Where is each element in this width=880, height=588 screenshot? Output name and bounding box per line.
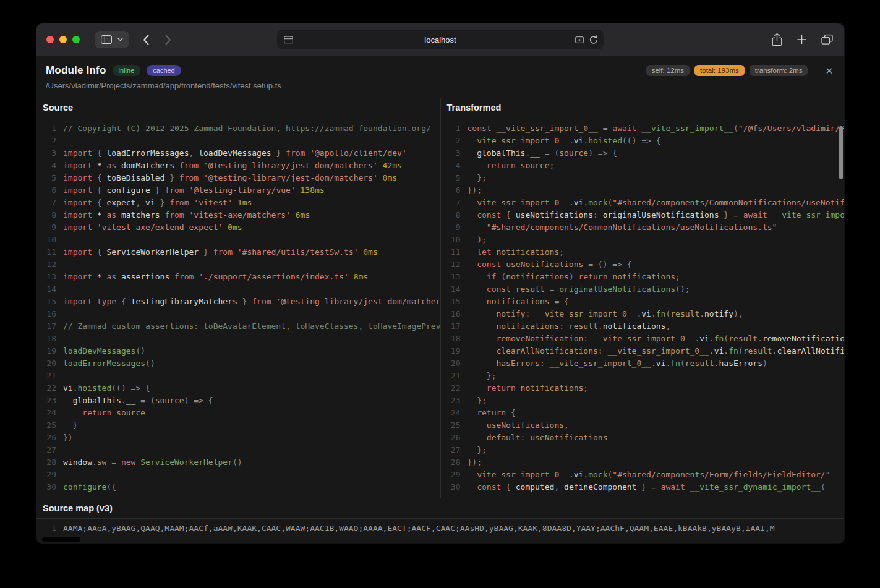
source-code[interactable]: 1// Copyright (C) 2012-2025 Zammad Found…: [36, 117, 440, 498]
page-title: Module Info: [46, 64, 106, 77]
line-number: 29: [36, 469, 63, 481]
code-line: 19 clearAllNotifications: __vite_ssr_imp…: [441, 345, 845, 357]
page-settings-icon[interactable]: [284, 36, 293, 43]
cached-badge: cached: [147, 65, 181, 76]
module-path: /Users/vladimir/Projects/zammad/app/fron…: [46, 81, 834, 90]
line-number: 1: [441, 122, 468, 135]
line-number: 26: [36, 432, 63, 444]
line-number: 19: [36, 345, 63, 357]
line-number: 18: [441, 333, 468, 345]
code-line: 4import * as domMatchers from '@testing-…: [36, 160, 440, 172]
line-number: 14: [441, 283, 468, 296]
reload-icon[interactable]: [589, 35, 598, 45]
code-line: 15import type { TestingLibraryMatchers }…: [36, 296, 440, 308]
line-number: 5: [36, 172, 63, 184]
line-number: 11: [441, 246, 468, 258]
forward-button[interactable]: [165, 35, 171, 45]
code-line: 29: [36, 469, 440, 481]
line-number: 17: [441, 320, 468, 333]
code-line: 25 }: [36, 419, 440, 432]
line-number: 7: [36, 197, 63, 209]
new-tab-button[interactable]: [797, 35, 806, 45]
code-line: 5 };: [441, 172, 845, 184]
transform-time-pill: transform: 2ms: [750, 65, 808, 76]
code-line: 12 const useNotifications = () => {: [441, 258, 845, 271]
code-line: 27: [36, 444, 440, 456]
line-number: 5: [441, 172, 468, 184]
transformed-panel-title: Transformed: [441, 98, 845, 117]
code-line: 7import { expect, vi } from 'vitest' 1ms: [36, 197, 440, 209]
line-number: 10: [36, 234, 63, 246]
line-number: 27: [36, 444, 63, 456]
code-line: 8 const { useNotifications: originalUseN…: [441, 209, 845, 221]
inline-badge: inline: [113, 65, 141, 76]
line-number: 6: [441, 184, 468, 197]
code-line: 11import { ServiceWorkerHelper } from '#…: [36, 246, 440, 258]
code-line: 11 let notifications;: [441, 246, 845, 258]
code-line: 4 return source;: [441, 160, 845, 172]
line-number: 8: [36, 209, 63, 221]
vertical-scrollbar-thumb[interactable]: [839, 126, 843, 179]
line-number: 28: [36, 456, 63, 469]
code-line: 27 };: [441, 444, 845, 456]
source-panel: Source 1// Copyright (C) 2012-2025 Zamma…: [36, 98, 440, 498]
code-line: 29__vite_ssr_import_0__.vi.mock("#shared…: [441, 469, 845, 481]
tab-overview-button[interactable]: [821, 35, 833, 45]
line-number: 13: [36, 271, 63, 283]
code-line: 1const __vite_ssr_import_0__ = await __v…: [441, 122, 845, 135]
line-number: 22: [441, 382, 468, 394]
line-number: 2: [36, 135, 63, 147]
line-number: 6: [36, 184, 63, 197]
line-number: 21: [36, 370, 63, 382]
line-number: 25: [36, 419, 63, 432]
code-line: 1AAMA;AAeA,yBAAG,QAAQ,MAAM;AACf,aAAW,KAA…: [36, 522, 844, 535]
transformed-code[interactable]: 1const __vite_ssr_import_0__ = await __v…: [441, 117, 845, 498]
code-line: 20 hasErrors: __vite_ssr_import_0__.vi.f…: [441, 357, 845, 370]
code-line: 6import { configure } from '@testing-lib…: [36, 184, 440, 197]
back-button[interactable]: [143, 35, 149, 45]
line-number: 29: [441, 469, 468, 481]
window-close-button[interactable]: [46, 36, 54, 43]
close-button[interactable]: ✕: [824, 65, 834, 77]
code-line: 16 notify: __vite_ssr_import_0__.vi.fn(r…: [441, 308, 845, 320]
site-permissions-icon[interactable]: [575, 36, 584, 43]
url-text: localhost: [424, 35, 456, 45]
code-line: 22 return notifications;: [441, 382, 845, 394]
code-line: 13 if (notifications) return notificatio…: [441, 271, 845, 283]
code-line: 24 return source: [36, 407, 440, 419]
sidebar-toggle-button[interactable]: [95, 31, 129, 48]
code-line: 22vi.hoisted(() => {: [36, 382, 440, 394]
code-line: 13import * as assertions from './support…: [36, 271, 440, 283]
line-number: 12: [36, 258, 63, 271]
window-minimize-button[interactable]: [59, 36, 67, 43]
sidebar-icon: [101, 35, 112, 44]
code-line: 30configure({: [36, 481, 440, 493]
code-line: 6});: [441, 184, 845, 197]
sourcemap-section: Source map (v3) 1AAMA;AAeA,yBAAG,QAAQ,MA…: [36, 498, 844, 543]
line-number: 10: [441, 234, 468, 246]
address-bar[interactable]: localhost: [277, 30, 604, 49]
line-number: 13: [441, 271, 468, 283]
line-number: 24: [36, 407, 63, 419]
line-number: 8: [441, 209, 468, 221]
code-line: 26}): [36, 432, 440, 444]
code-line: 19loadDevMessages(): [36, 345, 440, 357]
code-line: 26 default: useNotifications: [441, 432, 845, 444]
share-button[interactable]: [772, 33, 782, 46]
code-line: 16: [36, 308, 440, 320]
sourcemap-code[interactable]: 1AAMA;AAeA,yBAAG,QAAQ,MAAM;AACf,aAAW,KAA…: [36, 519, 844, 535]
code-line: 14 const result = originalUseNotificatio…: [441, 283, 845, 296]
line-number: 12: [441, 258, 468, 271]
horizontal-scrollbar-thumb[interactable]: [42, 537, 80, 542]
code-line: 2__vite_ssr_import_0__.vi.hoisted(() => …: [441, 135, 845, 147]
code-line: 9 "#shared/components/CommonNotification…: [441, 221, 845, 234]
chevron-down-icon[interactable]: [117, 38, 123, 41]
code-line: 21: [36, 370, 440, 382]
code-line: 28});: [441, 456, 845, 469]
line-number: 2: [441, 135, 468, 147]
line-number: 16: [441, 308, 468, 320]
code-line: 23 };: [441, 394, 845, 407]
source-panel-title: Source: [36, 98, 440, 117]
line-number: 15: [36, 296, 63, 308]
window-zoom-button[interactable]: [72, 36, 80, 43]
